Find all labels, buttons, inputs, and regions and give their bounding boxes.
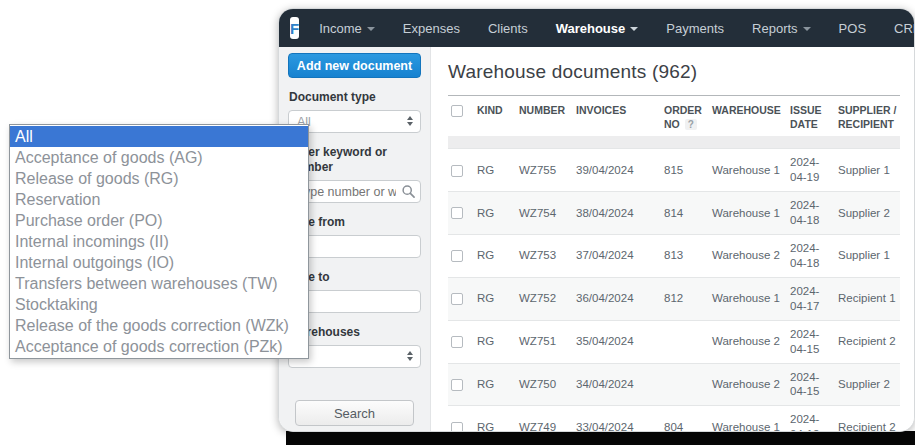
help-icon[interactable]: ? [685, 119, 697, 130]
search-button[interactable]: Search [295, 400, 414, 426]
table-header-row: KIND NUMBER INVOICES ORDER NO ? WAREHOUS… [448, 96, 900, 136]
table-row[interactable]: RG WZ752 36/04/2024 812 Warehouse 1 2024… [448, 277, 900, 320]
col-header-kind: KIND [474, 96, 516, 136]
dropdown-option[interactable]: Stocktaking [10, 294, 308, 315]
col-header-warehouse: WAREHOUSE [709, 96, 787, 136]
nav-item-pos[interactable]: POS [825, 21, 880, 36]
col-header-order-no: ORDER NO ? [661, 96, 709, 136]
nav-item-expenses[interactable]: Expenses [389, 21, 474, 36]
dropdown-option[interactable]: Acceptance of goods correction (PZk) [10, 336, 308, 357]
row-checkbox[interactable] [451, 207, 463, 219]
row-checkbox[interactable] [451, 379, 463, 391]
col-header-issue-date: ISSUE DATE [787, 96, 835, 136]
document-type-label: Document type [289, 90, 421, 105]
main-panel: Warehouse documents (962) KIND NUMBER IN… [431, 47, 914, 431]
dropdown-option[interactable]: Internal incomings (II) [10, 231, 308, 252]
col-header-number: NUMBER [516, 96, 573, 136]
nav-item-clients[interactable]: Clients [474, 21, 542, 36]
chevron-down-icon [803, 27, 811, 31]
select-all-checkbox[interactable] [451, 105, 463, 117]
row-checkbox[interactable] [451, 336, 463, 348]
row-checkbox[interactable] [451, 293, 463, 305]
nav-item-warehouse[interactable]: Warehouse [542, 21, 653, 36]
nav-item-payments[interactable]: Payments [652, 21, 738, 36]
add-new-document-button[interactable]: Add new document [288, 53, 421, 78]
nav-item-reports[interactable]: Reports [738, 21, 825, 36]
row-checkbox[interactable] [451, 422, 463, 431]
dropdown-option[interactable]: Purchase order (PO) [10, 210, 308, 231]
select-spinner-icon [407, 351, 413, 361]
top-navbar: F Income Expenses Clients Warehouse Paym… [279, 9, 914, 47]
dropdown-option[interactable]: Transfers between warehouses (TW) [10, 273, 308, 294]
screen-edge [286, 431, 915, 445]
dropdown-option[interactable]: Release of goods (RG) [10, 168, 308, 189]
dropdown-option[interactable]: Release of the goods correction (WZk) [10, 315, 308, 336]
dropdown-option[interactable]: All [10, 126, 308, 147]
table-row[interactable]: RG WZ754 38/04/2024 814 Warehouse 1 2024… [448, 192, 900, 235]
row-checkbox[interactable] [451, 250, 463, 262]
app-logo: F [290, 17, 299, 39]
search-icon [402, 185, 415, 198]
dropdown-option[interactable]: Reservation [10, 189, 308, 210]
row-checkbox[interactable] [451, 165, 463, 177]
table-row[interactable]: RG WZ751 35/04/2024 Warehouse 2 2024-04-… [448, 320, 900, 363]
chevron-down-icon [367, 27, 375, 31]
nav-item-crm[interactable]: CRM [880, 21, 915, 36]
table-row[interactable]: RG WZ755 39/04/2024 815 Warehouse 1 2024… [448, 149, 900, 192]
header-separator-band [448, 136, 900, 149]
nav-item-income[interactable]: Income [305, 21, 389, 36]
app-window: F Income Expenses Clients Warehouse Paym… [278, 8, 915, 432]
table-row[interactable]: RG WZ753 37/04/2024 813 Warehouse 2 2024… [448, 234, 900, 277]
chevron-down-icon [630, 27, 638, 31]
document-type-dropdown-list: All Acceptance of goods (AG) Release of … [9, 124, 309, 359]
dropdown-option[interactable]: Acceptance of goods (AG) [10, 147, 308, 168]
table-row[interactable]: RG WZ749 33/04/2024 804 Warehouse 1 2024… [448, 406, 900, 431]
select-spinner-icon [407, 116, 413, 126]
documents-table: KIND NUMBER INVOICES ORDER NO ? WAREHOUS… [448, 95, 900, 431]
col-header-invoices: INVOICES [573, 96, 661, 136]
dropdown-option[interactable]: Internal outgoings (IO) [10, 252, 308, 273]
page-title: Warehouse documents (962) [448, 61, 900, 83]
table-row[interactable]: RG WZ750 34/04/2024 Warehouse 2 2024-04-… [448, 363, 900, 406]
col-header-supplier-recipient: SUPPLIER / RECIPIENT [835, 96, 900, 136]
